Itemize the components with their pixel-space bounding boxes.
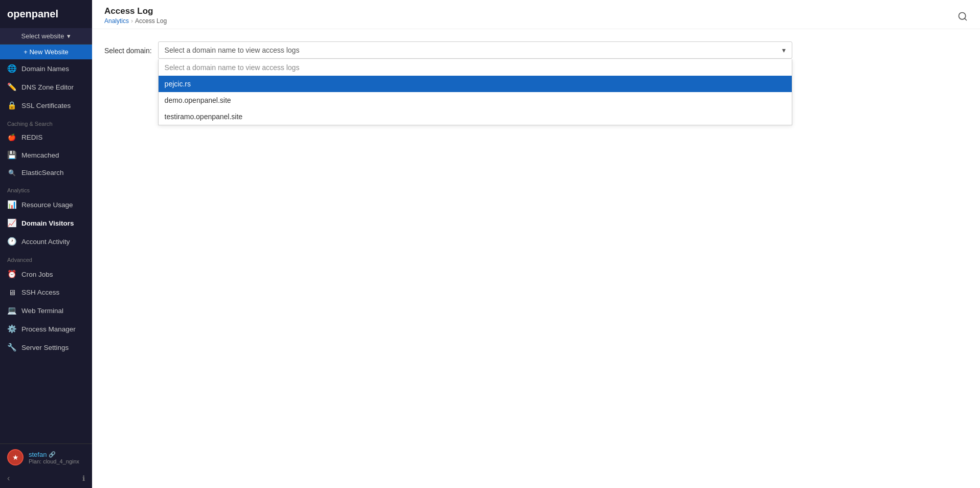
edit-icon: ✏️ [7, 82, 16, 92]
globe-icon: 🌐 [7, 64, 16, 73]
line-chart-icon: 📈 [7, 218, 16, 228]
sidebar-item-web-terminal[interactable]: 💻 Web Terminal [0, 301, 92, 320]
domain-select-button[interactable]: Select a domain name to view access logs… [158, 41, 792, 59]
advanced-section-label: Advanced [0, 251, 92, 265]
sidebar-footer: ‹ ℹ [0, 471, 92, 488]
page-title: Access Log [104, 6, 167, 16]
sidebar-bottom: ★ stefan 🔗 Plan: cloud_4_nginx ‹ ℹ [0, 443, 92, 488]
avatar-icon: ★ [12, 453, 19, 461]
sidebar-user: ★ stefan 🔗 Plan: cloud_4_nginx [0, 444, 92, 471]
domain-select-label: Select domain: [104, 41, 152, 55]
sidebar-item-label: Cron Jobs [21, 271, 53, 278]
header-left: Access Log Analytics › Access Log [104, 6, 167, 29]
web-terminal-icon: 💻 [7, 306, 16, 315]
breadcrumb-current: Access Log [135, 17, 167, 25]
user-info: stefan 🔗 Plan: cloud_4_nginx [29, 451, 85, 464]
redis-icon: 🍎 [7, 134, 16, 141]
domain-select-row: Select domain: Select a domain name to v… [104, 41, 968, 59]
sidebar-item-domain-visitors[interactable]: 📈 Domain Visitors [0, 214, 92, 232]
settings-icon: 🔧 [7, 343, 16, 352]
app-logo: openpanel [0, 0, 92, 28]
elasticsearch-icon: 🔍 [7, 169, 16, 176]
sidebar-item-ssh-access[interactable]: 🖥 SSH Access [0, 283, 92, 301]
sidebar-item-label: Server Settings [21, 344, 69, 351]
sidebar-item-memcached[interactable]: 💾 Memcached [0, 146, 92, 164]
sidebar-item-resource-usage[interactable]: 📊 Resource Usage [0, 195, 92, 214]
breadcrumb-analytics[interactable]: Analytics [104, 17, 129, 25]
avatar: ★ [7, 449, 24, 465]
sidebar-section-domains: 🌐 Domain Names ✏️ DNS Zone Editor 🔒 SSL … [0, 59, 92, 115]
svg-line-1 [965, 18, 967, 20]
sidebar-item-label: Domain Names [21, 65, 69, 73]
domain-select-value: Select a domain name to view access logs [165, 46, 300, 54]
sidebar-item-domain-names[interactable]: 🌐 Domain Names [0, 59, 92, 78]
external-link-icon: 🔗 [49, 451, 56, 458]
sidebar: openpanel Select website ▾ + New Website… [0, 0, 92, 488]
sidebar-item-cron-jobs[interactable]: ⏰ Cron Jobs [0, 265, 92, 283]
sidebar-item-label: Resource Usage [21, 201, 73, 209]
user-name[interactable]: stefan 🔗 [29, 451, 85, 458]
lock-icon: 🔒 [7, 101, 16, 110]
chart-icon: 📊 [7, 200, 16, 209]
info-button[interactable]: ℹ [82, 474, 85, 482]
breadcrumb-separator: › [131, 17, 133, 25]
clock-icon: 🕐 [7, 237, 16, 246]
cron-icon: ⏰ [7, 270, 16, 279]
main-content: Access Log Analytics › Access Log Select… [92, 0, 980, 488]
new-website-button[interactable]: + New Website [0, 45, 92, 59]
sidebar-item-label: REDIS [21, 134, 42, 141]
search-button[interactable] [957, 11, 968, 24]
sidebar-item-account-activity[interactable]: 🕐 Account Activity [0, 232, 92, 251]
sidebar-item-label: DNS Zone Editor [21, 83, 74, 91]
user-plan: Plan: cloud_4_nginx [29, 458, 85, 464]
sidebar-section-caching: Caching & Search 🍎 REDIS 💾 Memcached 🔍 E… [0, 115, 92, 181]
caching-section-label: Caching & Search [0, 115, 92, 129]
sidebar-item-ssl-certificates[interactable]: 🔒 SSL Certificates [0, 96, 92, 115]
breadcrumb: Analytics › Access Log [104, 17, 167, 29]
dropdown-option-pejcic[interactable]: pejcic.rs [159, 76, 792, 92]
website-selector[interactable]: Select website ▾ [0, 28, 92, 45]
sidebar-item-label: Process Manager [21, 325, 76, 333]
domain-dropdown-container: Select a domain name to view access logs… [158, 41, 792, 59]
collapse-sidebar-button[interactable]: ‹ [7, 474, 10, 483]
analytics-section-label: Analytics [0, 181, 92, 195]
sidebar-item-label: Account Activity [21, 238, 70, 246]
memcached-icon: 💾 [7, 150, 16, 160]
page-header: Access Log Analytics › Access Log [92, 0, 980, 29]
website-selector-label: Select website [21, 32, 64, 40]
sidebar-item-label: SSH Access [21, 289, 59, 296]
sidebar-item-label: Web Terminal [21, 307, 63, 315]
sidebar-section-advanced: Advanced ⏰ Cron Jobs 🖥 SSH Access 💻 Web … [0, 251, 92, 357]
sidebar-item-elasticsearch[interactable]: 🔍 ElasticSearch [0, 164, 92, 181]
sidebar-item-label: Memcached [21, 151, 59, 159]
sidebar-item-server-settings[interactable]: 🔧 Server Settings [0, 338, 92, 357]
content-area: Select domain: Select a domain name to v… [92, 29, 980, 488]
sidebar-item-dns-zone-editor[interactable]: ✏️ DNS Zone Editor [0, 78, 92, 96]
sidebar-item-label: SSL Certificates [21, 102, 71, 109]
dropdown-option-testiramo[interactable]: testiramo.openpanel.site [159, 108, 792, 125]
terminal-icon: 🖥 [7, 288, 16, 297]
process-icon: ⚙️ [7, 324, 16, 334]
chevron-down-icon: ▾ [67, 32, 71, 40]
sidebar-item-process-manager[interactable]: ⚙️ Process Manager [0, 320, 92, 338]
dropdown-option-placeholder[interactable]: Select a domain name to view access logs [159, 59, 792, 76]
sidebar-item-label: ElasticSearch [21, 169, 64, 176]
dropdown-option-demo[interactable]: demo.openpanel.site [159, 92, 792, 108]
domain-dropdown-list: Select a domain name to view access logs… [158, 59, 792, 125]
chevron-down-icon: ▾ [782, 46, 786, 54]
sidebar-item-redis[interactable]: 🍎 REDIS [0, 129, 92, 146]
sidebar-item-label: Domain Visitors [21, 219, 74, 227]
sidebar-section-analytics: Analytics 📊 Resource Usage 📈 Domain Visi… [0, 181, 92, 251]
